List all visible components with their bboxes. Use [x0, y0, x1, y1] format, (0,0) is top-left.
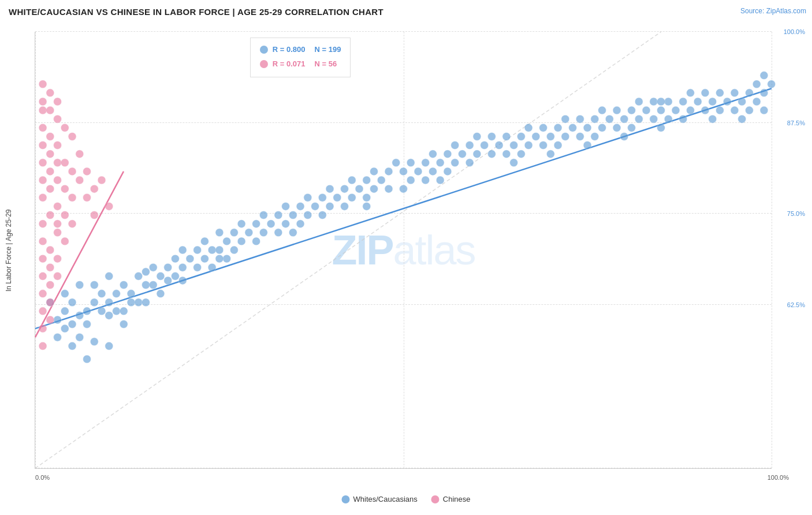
- svg-point-150: [628, 124, 636, 132]
- svg-point-152: [635, 115, 643, 123]
- svg-point-231: [61, 237, 69, 245]
- svg-point-19: [90, 281, 98, 289]
- svg-point-69: [259, 229, 267, 237]
- svg-point-48: [178, 246, 187, 254]
- svg-point-146: [613, 106, 621, 114]
- svg-point-27: [113, 290, 121, 298]
- svg-point-25: [105, 272, 113, 280]
- svg-point-182: [760, 106, 768, 114]
- legend-item-pink: Chinese: [431, 495, 471, 503]
- svg-point-142: [591, 132, 599, 140]
- svg-point-9: [68, 342, 76, 350]
- svg-point-54: [200, 255, 208, 263]
- svg-point-165: [694, 98, 702, 106]
- gridline-x100: [772, 32, 772, 468]
- svg-point-14: [76, 281, 84, 289]
- chart-title: WHITE/CAUCASIAN VS CHINESE IN LABOR FORC…: [9, 7, 383, 17]
- svg-point-138: [576, 115, 584, 123]
- svg-point-85: [333, 193, 341, 201]
- svg-point-189: [510, 159, 518, 167]
- svg-point-233: [68, 167, 76, 176]
- svg-point-42: [157, 290, 165, 298]
- chart-container: WHITE/CAUCASIAN VS CHINESE IN LABOR FORC…: [0, 0, 812, 515]
- svg-point-169: [709, 115, 717, 123]
- svg-point-241: [90, 211, 98, 219]
- svg-point-73: [282, 202, 290, 210]
- svg-point-111: [451, 141, 459, 150]
- svg-point-103: [414, 167, 422, 176]
- svg-point-219: [54, 141, 62, 150]
- svg-point-245: [39, 98, 47, 106]
- svg-point-116: [473, 132, 481, 140]
- svg-point-20: [90, 338, 98, 346]
- svg-point-191: [363, 202, 371, 210]
- svg-point-204: [39, 290, 47, 298]
- svg-point-135: [561, 115, 569, 123]
- svg-point-227: [61, 124, 69, 132]
- source-label: Source: ZipAtlas.com: [740, 7, 806, 15]
- svg-point-50: [186, 255, 194, 263]
- svg-point-166: [701, 89, 709, 97]
- svg-point-118: [481, 141, 489, 150]
- svg-point-77: [296, 220, 304, 228]
- svg-point-88: [348, 176, 356, 184]
- legend-n-blue: N = 199: [315, 43, 341, 56]
- svg-point-240: [90, 185, 98, 193]
- x-label-100: 100.0%: [768, 474, 789, 481]
- svg-point-179: [753, 98, 761, 106]
- svg-point-172: [723, 98, 731, 106]
- svg-point-155: [650, 115, 658, 123]
- svg-point-66: [252, 220, 260, 228]
- svg-point-76: [296, 202, 304, 210]
- svg-point-207: [39, 342, 47, 350]
- svg-point-161: [679, 98, 687, 106]
- svg-point-57: [215, 229, 224, 237]
- legend-box: R = 0.800 N = 199 R = 0.071 N = 56: [250, 38, 351, 77]
- svg-point-246: [46, 89, 54, 97]
- svg-point-40: [149, 281, 157, 289]
- svg-point-137: [569, 124, 577, 132]
- svg-point-199: [39, 193, 47, 201]
- svg-point-139: [576, 132, 584, 140]
- svg-point-239: [83, 193, 91, 201]
- y-label-875: 87.5%: [787, 120, 805, 126]
- svg-point-124: [510, 141, 518, 150]
- svg-point-128: [524, 141, 532, 150]
- legend-r-pink: R = 0.071: [273, 57, 306, 70]
- svg-point-89: [348, 193, 356, 201]
- svg-point-224: [54, 255, 62, 263]
- svg-point-218: [54, 115, 62, 123]
- legend-label-blue: Whites/Caucasians: [353, 495, 418, 503]
- legend-dot-pink: [260, 60, 268, 68]
- svg-point-35: [135, 298, 143, 307]
- svg-point-221: [54, 176, 62, 184]
- svg-point-136: [561, 132, 569, 140]
- svg-point-209: [46, 150, 54, 158]
- x-label-0: 0.0%: [35, 474, 50, 481]
- svg-point-106: [429, 150, 437, 158]
- svg-point-130: [539, 124, 547, 132]
- y-label-75: 75.0%: [787, 210, 805, 217]
- svg-point-62: [230, 246, 238, 254]
- svg-point-92: [363, 193, 371, 201]
- svg-point-226: [54, 272, 62, 280]
- svg-point-75: [289, 211, 297, 219]
- svg-point-176: [738, 115, 746, 123]
- svg-point-242: [98, 176, 106, 184]
- svg-point-203: [39, 272, 47, 280]
- svg-point-80: [311, 202, 319, 210]
- svg-point-145: [605, 115, 613, 123]
- svg-point-134: [554, 141, 562, 150]
- svg-point-196: [39, 141, 47, 150]
- svg-point-214: [46, 263, 54, 271]
- svg-point-95: [377, 176, 385, 184]
- svg-point-141: [591, 115, 599, 123]
- legend-dot-bottom-blue: [342, 495, 350, 503]
- svg-point-61: [230, 229, 238, 237]
- svg-point-215: [46, 281, 54, 289]
- svg-point-60: [223, 255, 231, 263]
- legend-n-pink: N = 56: [315, 57, 337, 70]
- legend-row-blue: R = 0.800 N = 199: [260, 43, 341, 56]
- svg-point-163: [686, 89, 694, 97]
- svg-point-107: [429, 167, 437, 176]
